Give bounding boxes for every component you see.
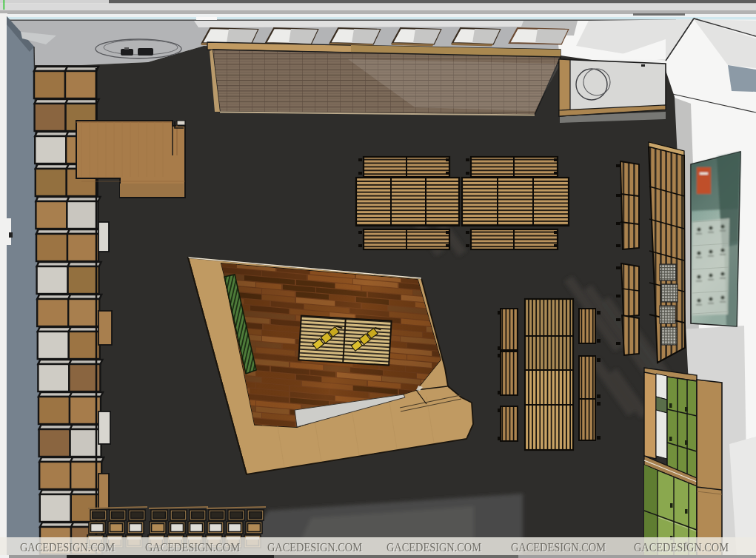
svg-text:GACEDESIGN.COM: GACEDESIGN.COM <box>145 540 240 554</box>
svg-text:GACEDESIGN.COM: GACEDESIGN.COM <box>511 540 606 554</box>
svg-text:GACEDESIGN.COM: GACEDESIGN.COM <box>634 540 729 554</box>
svg-text:GACEDESIGN.COM: GACEDESIGN.COM <box>267 540 362 554</box>
svg-text:GACEDESIGN.COM: GACEDESIGN.COM <box>387 540 481 554</box>
svg-text:GACEDESIGN.COM: GACEDESIGN.COM <box>20 540 115 554</box>
